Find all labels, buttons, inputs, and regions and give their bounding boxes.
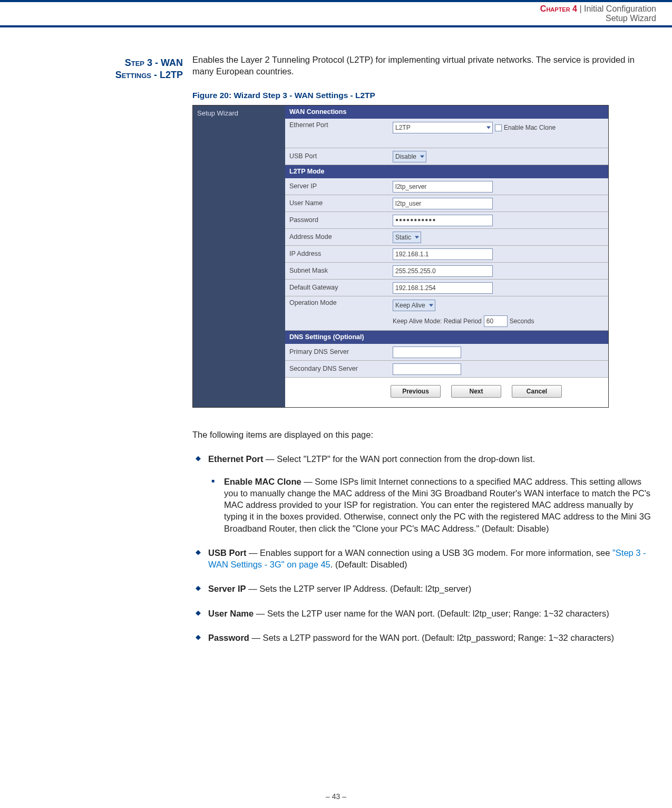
- row-default-gateway: Default Gateway 192.168.1.254: [285, 280, 608, 296]
- figure-caption: Figure 20: Wizard Step 3 - WAN Settings …: [192, 90, 656, 101]
- label-usb-port: USB Port: [285, 152, 391, 161]
- item-password: Password — Sets a L2TP password for the …: [192, 632, 656, 643]
- input-subnet-mask[interactable]: 255.255.255.0: [393, 265, 493, 277]
- item-title-server-ip: Server IP: [208, 584, 246, 593]
- item-list: Ethernet Port — Select "L2TP" for the WA…: [192, 453, 656, 643]
- input-user-name[interactable]: l2tp_user: [393, 198, 493, 209]
- item-ethernet-port: Ethernet Port — Select "L2TP" for the WA…: [192, 453, 656, 534]
- input-redial-period[interactable]: 60: [484, 315, 508, 327]
- page-number: – 43 –: [0, 792, 672, 801]
- section-heading-line2: Settings - L2TP: [115, 70, 183, 80]
- next-button[interactable]: Next: [451, 385, 501, 398]
- header-title-secondary: Setup Wizard: [0, 14, 656, 23]
- item-title-usb: USB Port: [208, 548, 246, 557]
- item-text-usb-after: . (Default: Disabled): [330, 560, 407, 569]
- row-user-name: User Name l2tp_user: [285, 195, 608, 212]
- label-server-ip: Server IP: [285, 182, 391, 191]
- input-server-ip[interactable]: l2tp_server: [393, 181, 493, 193]
- label-subnet-mask: Subnet Mask: [285, 266, 391, 275]
- section-wan-connections: WAN Connections: [285, 105, 608, 119]
- item-text-server-ip: — Sets the L2TP server IP Address. (Defa…: [246, 584, 472, 593]
- section-heading-line1: Step 3 - WAN: [125, 57, 183, 68]
- label-secondary-dns: Secondary DNS Server: [285, 364, 391, 373]
- item-title-user-name: User Name: [208, 609, 254, 618]
- row-password: Password ●●●●●●●●●●●: [285, 212, 608, 229]
- previous-button[interactable]: Previous: [391, 385, 441, 398]
- item-text-ethernet: — Select "L2TP" for the WAN port connect…: [264, 454, 535, 464]
- section-dns-settings: DNS Settings (Optional): [285, 331, 608, 344]
- label-password: Password: [285, 216, 391, 225]
- label-user-name: User Name: [285, 199, 391, 208]
- select-operation-mode[interactable]: Keep Alive: [393, 300, 435, 311]
- item-text-usb-before: — Enables support for a WAN connection u…: [246, 548, 612, 557]
- row-ip-address: IP Address 192.168.1.1: [285, 246, 608, 263]
- input-ip-address[interactable]: 192.168.1.1: [393, 248, 493, 260]
- input-primary-dns[interactable]: [393, 347, 461, 358]
- label-redial-period: Keep Alive Mode: Redial Period: [393, 317, 482, 325]
- label-ip-address: IP Address: [285, 249, 391, 258]
- item-server-ip: Server IP — Sets the L2TP server IP Addr…: [192, 583, 656, 594]
- row-operation-mode: Operation Mode Keep Alive Keep Alive Mod…: [285, 296, 608, 331]
- header-separator: |: [577, 4, 584, 13]
- row-address-mode: Address Mode Static: [285, 229, 608, 246]
- item-usb-port: USB Port — Enables support for a WAN con…: [192, 547, 656, 571]
- row-usb-port: USB Port Disable: [285, 148, 608, 165]
- intro-paragraph: Enables the Layer 2 Tunneling Protocol (…: [192, 54, 656, 78]
- header-title-primary: Initial Configuration: [584, 4, 656, 13]
- select-usb-port[interactable]: Disable: [393, 151, 426, 162]
- label-address-mode: Address Mode: [285, 233, 391, 242]
- item-title-password: Password: [208, 633, 249, 642]
- item-title-ethernet: Ethernet Port: [208, 454, 264, 464]
- input-default-gateway[interactable]: 192.168.1.254: [393, 282, 493, 294]
- row-server-ip: Server IP l2tp_server: [285, 178, 608, 195]
- checkbox-enable-mac-clone[interactable]: [495, 124, 502, 131]
- label-default-gateway: Default Gateway: [285, 283, 391, 292]
- section-l2tp-mode: L2TP Mode: [285, 165, 608, 178]
- page-header: Chapter 4 | Initial Configuration Setup …: [0, 0, 672, 27]
- subitem-mac-clone: Enable MAC Clone — Some ISPs limit Inter…: [208, 476, 656, 534]
- wizard-sidebar: Setup Wizard: [193, 105, 285, 407]
- select-address-mode[interactable]: Static: [393, 232, 421, 243]
- lead-paragraph: The following items are displayed on thi…: [192, 429, 656, 440]
- label-enable-mac-clone: Enable Mac Clone: [504, 123, 556, 132]
- section-heading: Step 3 - WAN Settings - L2TP: [0, 57, 183, 82]
- item-text-password: — Sets a L2TP password for the WAN port.…: [249, 633, 614, 642]
- header-chapter: Chapter 4: [540, 4, 577, 13]
- label-seconds: Seconds: [510, 317, 534, 325]
- row-subnet-mask: Subnet Mask 255.255.255.0: [285, 263, 608, 280]
- input-password[interactable]: ●●●●●●●●●●●: [393, 215, 493, 226]
- wizard-screenshot: Setup Wizard WAN Connections Ethernet Po…: [192, 105, 609, 408]
- row-secondary-dns: Secondary DNS Server: [285, 361, 608, 378]
- row-ethernet-port: Ethernet Port L2TP Enable Mac Clone: [285, 119, 608, 148]
- label-ethernet-port: Ethernet Port: [285, 121, 391, 130]
- label-operation-mode: Operation Mode: [285, 299, 391, 307]
- select-ethernet-port[interactable]: L2TP: [393, 122, 493, 133]
- row-primary-dns: Primary DNS Server: [285, 344, 608, 361]
- input-secondary-dns[interactable]: [393, 363, 461, 375]
- item-user-name: User Name — Sets the L2TP user name for …: [192, 608, 656, 619]
- item-text-user-name: — Sets the L2TP user name for the WAN po…: [254, 609, 609, 618]
- subitem-title-mac: Enable MAC Clone: [224, 477, 301, 486]
- label-primary-dns: Primary DNS Server: [285, 348, 391, 357]
- cancel-button[interactable]: Cancel: [512, 385, 562, 398]
